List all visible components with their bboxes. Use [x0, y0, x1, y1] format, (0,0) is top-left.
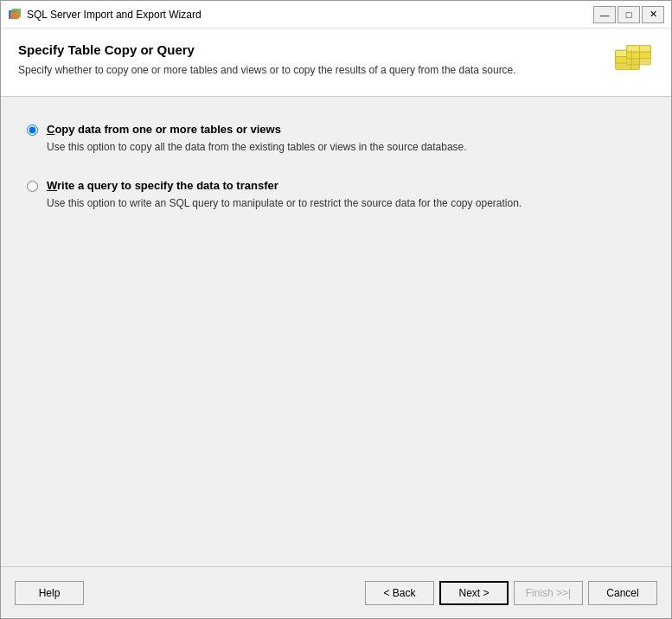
header-icon: [612, 42, 654, 84]
window-title: SQL Server Import and Export Wizard: [27, 9, 593, 21]
wizard-window: SQL Server Import and Export Wizard — □ …: [0, 0, 672, 619]
next-button[interactable]: Next >: [439, 581, 509, 605]
help-button[interactable]: Help: [15, 581, 84, 605]
radio-write-query[interactable]: [27, 181, 38, 192]
option-copy-desc: Use this option to copy all the data fro…: [47, 139, 467, 155]
option-copy-tables: Copy data from one or more tables or vie…: [27, 123, 645, 155]
footer: Help < Back Next > Finish >>| Cancel: [1, 566, 671, 618]
page-title: Specify Table Copy or Query: [18, 42, 604, 57]
finish-button[interactable]: Finish >>|: [514, 581, 583, 605]
title-bar: SQL Server Import and Export Wizard — □ …: [1, 1, 671, 29]
option-query-desc: Use this option to write an SQL query to…: [47, 195, 522, 211]
svg-rect-7: [627, 46, 651, 52]
content-area: Copy data from one or more tables or vie…: [1, 97, 671, 566]
option-copy-label-group: Copy data from one or more tables or vie…: [47, 123, 467, 155]
header-text-group: Specify Table Copy or Query Specify whet…: [18, 42, 604, 78]
maximize-button[interactable]: □: [618, 6, 640, 23]
footer-left: Help: [15, 581, 84, 605]
app-icon: [8, 8, 22, 22]
option-query-label-group: Write a query to specify the data to tra…: [47, 179, 522, 211]
page-header: Specify Table Copy or Query Specify whet…: [1, 29, 671, 97]
option-query-label[interactable]: Write a query to specify the data to tra…: [47, 179, 522, 192]
svg-rect-2: [10, 12, 19, 19]
radio-copy-tables[interactable]: [27, 124, 38, 136]
footer-right: < Back Next > Finish >>| Cancel: [84, 581, 657, 605]
option-copy-label[interactable]: Copy data from one or more tables or vie…: [47, 123, 467, 136]
close-button[interactable]: ✕: [642, 6, 664, 23]
option-write-query: Write a query to specify the data to tra…: [27, 179, 645, 211]
page-subtitle: Specify whether to copy one or more tabl…: [18, 62, 604, 78]
cancel-button[interactable]: Cancel: [588, 581, 657, 605]
minimize-button[interactable]: —: [593, 6, 616, 23]
svg-rect-8: [627, 52, 651, 58]
back-button[interactable]: < Back: [365, 581, 434, 605]
window-controls: — □ ✕: [593, 6, 664, 23]
